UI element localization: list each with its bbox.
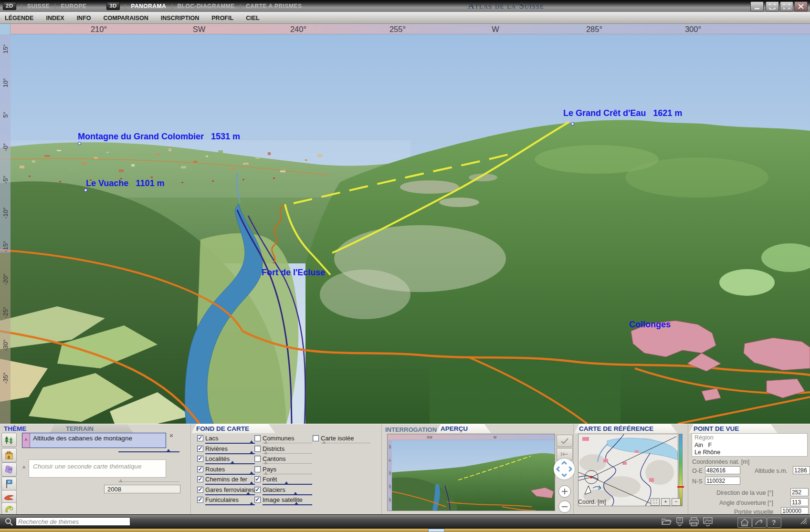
direction-input[interactable]	[790, 488, 809, 496]
menu-item-index[interactable]: INDEX	[46, 15, 64, 21]
menu-separator: |	[125, 2, 126, 10]
close-icon[interactable]: ×	[168, 432, 175, 439]
redo-arrow-icon[interactable]	[752, 517, 767, 528]
glaciers-checkbox[interactable]: ✓	[254, 487, 261, 493]
forest-theme-icon[interactable]	[1, 433, 17, 447]
oe-input[interactable]	[705, 466, 740, 474]
top-menu-item-europe[interactable]: EUROPE	[61, 3, 87, 10]
lacs-checkbox[interactable]: ✓	[197, 435, 203, 441]
theme-opacity-slider[interactable]	[118, 450, 179, 454]
tab-terrain[interactable]: TERRAIN	[50, 424, 134, 433]
top-menu-item-bloc-diagramme[interactable]: BLOC-DIAGRAMME	[177, 3, 234, 10]
layer-opacity-slider[interactable]	[321, 441, 370, 445]
localit-s-checkbox[interactable]: ✓	[197, 456, 203, 462]
angle-label: Angle d'ouverture [°]	[719, 500, 773, 506]
layer-opacity-slider[interactable]	[263, 503, 312, 507]
menu-separator: |	[171, 2, 172, 10]
for-t-checkbox[interactable]: ✓	[254, 476, 261, 482]
carte-isol-e-checkbox[interactable]	[313, 435, 319, 441]
panorama-scene[interactable]: Montagne du Grand Colombier 1531 mLe Gra…	[0, 34, 810, 424]
export-image-icon[interactable]	[703, 517, 713, 526]
altitude-input[interactable]	[793, 466, 810, 474]
communes-checkbox[interactable]	[254, 435, 261, 441]
year-input[interactable]: 2008	[104, 485, 180, 493]
districts-checkbox[interactable]	[254, 446, 261, 452]
theme-map-dropdown[interactable]: ^ Altitude des cabanes de montagne	[22, 433, 166, 448]
image-satellite-checkbox[interactable]: ✓	[254, 497, 261, 503]
layer-opacity-slider[interactable]	[205, 503, 255, 507]
svg-text:€ €: € €	[7, 451, 11, 454]
elevation-label-m15: -15°	[2, 232, 9, 261]
flag-theme-icon[interactable]	[1, 477, 17, 491]
layer-label: Funiculaires	[205, 496, 239, 503]
home-icon[interactable]	[737, 517, 752, 528]
rivi-res-checkbox[interactable]: ✓	[197, 446, 203, 452]
portee-input[interactable]	[781, 507, 809, 514]
funiculaires-checkbox[interactable]: ✓	[197, 497, 203, 503]
theme-search-input[interactable]	[16, 517, 130, 526]
menu-item-inscription[interactable]: INSCRIPTION	[161, 15, 200, 21]
gares-ferroviaires-checkbox[interactable]: ✓	[197, 487, 203, 493]
preview-zoom-in-button[interactable]	[558, 485, 571, 498]
layer-item-localit-s: ✓Localités	[197, 455, 254, 465]
panorama-preview[interactable]: SWW 10°0°-10°-20°-30°	[387, 434, 555, 511]
preview-zoom-out-button[interactable]	[558, 501, 571, 513]
taskbar-strip	[0, 529, 810, 532]
top-menu-item-carte-a-prismes[interactable]: CARTE A PRISMES	[246, 3, 302, 10]
elevation-label-15: 15°	[2, 35, 9, 63]
top-menu-item-suisse[interactable]: SUISSE	[27, 3, 50, 10]
region-line2: Le Rhône	[694, 449, 807, 457]
top-menu-item-2d[interactable]: 2D	[3, 2, 16, 10]
cantons-checkbox[interactable]	[254, 456, 261, 462]
menu-item-profil[interactable]: PROFIL	[211, 15, 233, 21]
tab-interrogation[interactable]: INTERROGATION	[385, 425, 437, 434]
tab-theme[interactable]: THÈME	[4, 425, 26, 432]
menu-item-info[interactable]: INFO	[77, 15, 91, 21]
top-menu-item-panorama[interactable]: PANORAMA	[131, 3, 166, 10]
ruler-corner	[0, 24, 11, 34]
dropdown-arrow-icon[interactable]: ^	[22, 433, 30, 448]
restore-button[interactable]	[780, 1, 793, 11]
elevation-label-m20: -20°	[2, 265, 9, 294]
print-icon[interactable]	[689, 517, 699, 526]
menu-item-comparaison[interactable]: COMPARAISON	[104, 15, 148, 21]
export-page-icon[interactable]	[675, 517, 684, 526]
place-label: Montagne du Grand Colombier 1531 m	[78, 132, 240, 142]
pan-compass-button[interactable]	[554, 459, 575, 480]
layer-item-pays: Pays	[254, 466, 312, 476]
close-button[interactable]	[794, 1, 808, 11]
place-label: Le Grand Crêt d'Eau 1621 m	[563, 108, 682, 118]
layer-item-cantons: Cantons	[254, 455, 312, 465]
theme-panel: THÈME TERRAIN ^ Altitude des cabanes de …	[0, 424, 190, 515]
menu-item-l-gende[interactable]: LÉGENDE	[5, 15, 33, 21]
compass-label-255: 255°	[379, 25, 417, 34]
maximize-button[interactable]	[766, 1, 779, 11]
ns-input[interactable]	[705, 477, 740, 485]
carte-reference-panel: CARTE DE RÉFÉRENCE	[574, 424, 688, 515]
compass-label-SW: SW	[180, 25, 218, 34]
top-menu-item-3d[interactable]: 3D	[106, 2, 120, 10]
huts-theme-icon[interactable]: € €	[1, 448, 17, 462]
pays-checkbox[interactable]	[254, 466, 261, 472]
menu-item-ciel[interactable]: CIEL	[246, 15, 259, 21]
routes-checkbox[interactable]: ✓	[197, 466, 203, 472]
elevation-label-5: 5°	[2, 101, 9, 129]
second-theme-slider[interactable]	[118, 480, 179, 484]
map-zoom-out-button[interactable]: −	[672, 498, 681, 506]
help-icon[interactable]: ?	[767, 517, 781, 528]
second-theme-dropdown[interactable]: Choisir une seconde carte thématique	[29, 459, 166, 478]
dropdown-arrow-icon[interactable]: ^	[22, 465, 25, 471]
map-zoom-in-button[interactable]: +	[661, 498, 670, 506]
open-folder-icon[interactable]	[661, 517, 672, 526]
tab-apercu[interactable]: APERÇU	[436, 424, 491, 433]
chemins-de-fer-checkbox[interactable]: ✓	[197, 476, 203, 482]
reference-map[interactable]	[578, 434, 678, 506]
flower-theme-icon[interactable]	[1, 462, 17, 477]
confirm-view-button[interactable]	[557, 435, 573, 447]
app-title: Atlas de la Suisse	[444, 0, 568, 11]
map-extent-button[interactable]: ⛶	[651, 498, 660, 506]
peak-marker	[78, 142, 81, 145]
angle-input[interactable]	[790, 498, 809, 506]
minimize-button[interactable]	[750, 1, 764, 11]
point-de-vue-header: POINT DE VUE	[689, 424, 778, 433]
